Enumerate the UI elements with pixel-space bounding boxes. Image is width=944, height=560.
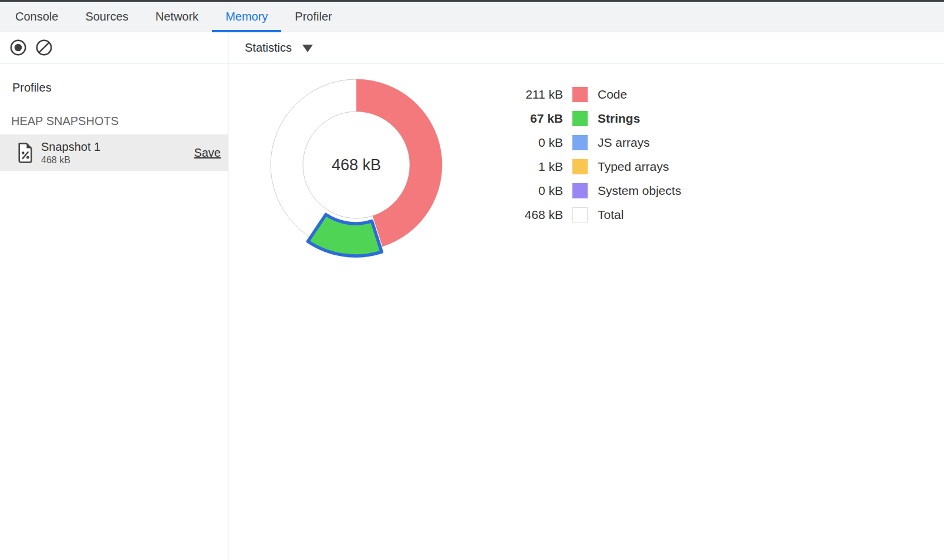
legend-value: 67 kB — [493, 112, 563, 126]
chart-legend: 211 kB Code 67 kB Strings 0 kB JS arrays — [493, 82, 681, 227]
clear-icon — [35, 39, 53, 56]
tab-memory[interactable]: Memory — [212, 2, 281, 32]
legend-row-js-arrays: 0 kB JS arrays — [493, 130, 681, 154]
legend-row-code: 211 kB Code — [493, 82, 681, 106]
record-heap-snapshot-button[interactable] — [9, 39, 27, 56]
tab-sources[interactable]: Sources — [72, 2, 141, 32]
devtools-memory-panel: Console Sources Network Memory Profiler — [0, 0, 944, 560]
main-tabbar: Console Sources Network Memory Profiler — [0, 2, 944, 32]
snapshot-name: Snapshot 1 — [41, 140, 194, 154]
legend-swatch-system-objects — [572, 183, 588, 198]
snapshot-size: 468 kB — [41, 155, 194, 166]
legend-swatch-typed-arrays — [572, 159, 588, 174]
legend-label: Total — [598, 208, 623, 222]
heap-snapshot-file-icon — [16, 142, 34, 164]
legend-swatch-js-arrays — [572, 135, 588, 150]
profiles-sidebar: Profiles HEAP SNAPSHOTS Snapshot 1 468 k… — [0, 32, 228, 560]
record-icon — [9, 39, 27, 56]
clear-profiles-button[interactable] — [35, 39, 53, 56]
legend-row-typed-arrays: 1 kB Typed arrays — [493, 154, 681, 178]
statistics-main-panel: Statistics 468 kB 211 kB Code 67 kB — [228, 32, 944, 560]
view-mode-select[interactable]: Statistics — [245, 41, 313, 55]
legend-value: 0 kB — [493, 136, 563, 150]
legend-row-strings: 67 kB Strings — [493, 106, 681, 130]
legend-value: 468 kB — [493, 208, 563, 222]
save-snapshot-link[interactable]: Save — [194, 146, 221, 160]
snapshot-info: Snapshot 1 468 kB — [41, 140, 194, 166]
view-mode-value: Statistics — [245, 41, 292, 55]
profiles-toolbar — [0, 32, 228, 63]
heap-snapshots-section-heading: HEAP SNAPSHOTS — [11, 114, 228, 128]
panel-body: Profiles HEAP SNAPSHOTS Snapshot 1 468 k… — [0, 32, 944, 560]
tab-network[interactable]: Network — [142, 2, 212, 32]
legend-swatch-total — [572, 207, 588, 222]
profiles-heading: Profiles — [12, 81, 228, 95]
legend-label: Typed arrays — [598, 160, 669, 174]
statistics-toolbar: Statistics — [228, 32, 944, 63]
tab-console[interactable]: Console — [2, 2, 72, 32]
donut-slice-strings[interactable] — [308, 214, 382, 255]
chevron-down-icon — [302, 45, 313, 52]
legend-swatch-code — [572, 87, 588, 102]
statistics-chart-area: 468 kB 211 kB Code 67 kB Strings 0 kB — [228, 63, 944, 560]
legend-swatch-strings — [572, 111, 588, 126]
legend-value: 0 kB — [493, 184, 563, 198]
legend-row-system-objects: 0 kB System objects — [493, 178, 681, 203]
legend-label: Code — [598, 87, 627, 102]
legend-label: System objects — [598, 184, 681, 198]
snapshot-list-item[interactable]: Snapshot 1 468 kB Save — [0, 134, 228, 171]
legend-row-total: 468 kB Total — [493, 203, 681, 227]
legend-label: JS arrays — [598, 136, 650, 150]
tab-profiler[interactable]: Profiler — [281, 2, 345, 32]
legend-value: 211 kB — [493, 87, 563, 102]
legend-value: 1 kB — [493, 160, 563, 174]
legend-label: Strings — [598, 112, 640, 126]
heap-statistics-donut-chart — [257, 65, 456, 265]
